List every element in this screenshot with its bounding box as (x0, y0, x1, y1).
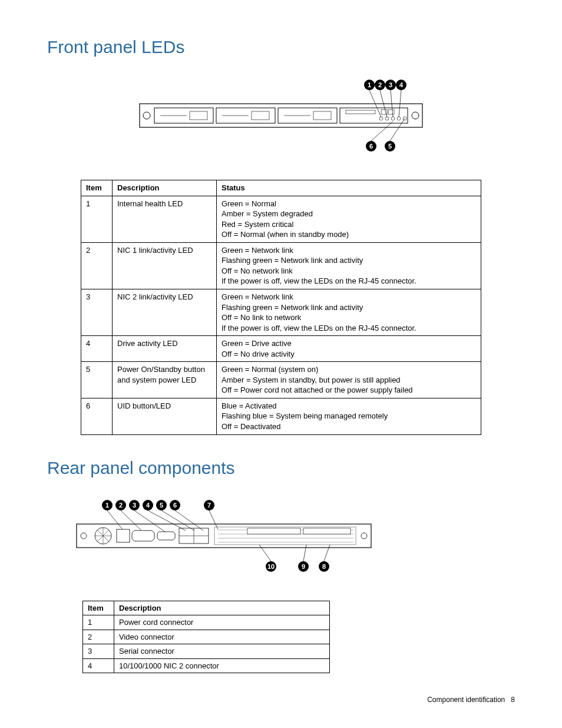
status-line: Off = No drive activity (222, 349, 476, 360)
status-line: If the power is off, view the LEDs on th… (222, 323, 476, 334)
col-header-description: Description (113, 180, 217, 196)
callout-badge: 4 (396, 80, 406, 90)
svg-text:1: 1 (368, 81, 371, 88)
callout-badge: 6 (170, 500, 180, 510)
front-panel-leds-table: Item Description Status 1Internal health… (81, 180, 481, 434)
svg-text:9: 9 (302, 563, 305, 570)
status-line: Flashing green = Network link and activi… (222, 302, 476, 313)
status-line: Off = No network link (222, 266, 476, 276)
section-title-front-panel-leds: Front panel LEDs (47, 35, 515, 60)
table-row: 3Serial connector (83, 644, 330, 659)
status-line: Green = Normal (222, 199, 476, 209)
status-line: Amber = System degraded (222, 209, 476, 219)
section-title-rear-panel-components: Rear panel components (47, 456, 515, 480)
status-line: Amber = System in standby, but power is … (222, 375, 476, 386)
callout-badge: 2 (115, 500, 126, 510)
status-line: Green = Normal (system on) (222, 364, 476, 375)
table-row: 4Drive activity LEDGreen = Drive activeO… (81, 336, 481, 362)
footer-section: Component identification (427, 696, 505, 697)
status-line: Flashing blue = System being managed rem… (222, 411, 476, 421)
cell-item: 3 (81, 289, 113, 335)
status-line: Flashing green = Network link and activi… (222, 255, 476, 266)
callout-badge: 6 (366, 141, 376, 151)
table-row: 2Video connector (83, 630, 330, 644)
callout-badge: 7 (204, 500, 214, 510)
table-row: 5Power On/Standby button and system powe… (81, 362, 481, 398)
cell-status: Green = NormalAmber = System degradedRed… (217, 196, 481, 242)
rear-panel-figure: 1234567 (71, 498, 515, 577)
cell-item: 4 (81, 336, 113, 362)
cell-item: 2 (81, 242, 113, 289)
status-line: Off = No link to network (222, 312, 476, 323)
svg-text:3: 3 (389, 81, 392, 88)
cell-description: NIC 1 link/activity LED (113, 242, 217, 289)
table-row: 1Internal health LEDGreen = NormalAmber … (81, 196, 481, 242)
status-line: Off = Deactivated (222, 421, 476, 432)
cell-status: Green = Network linkFlashing green = Net… (217, 289, 481, 335)
svg-rect-66 (247, 528, 300, 534)
table-row: 1Power cord connector (83, 615, 330, 630)
svg-text:10: 10 (267, 563, 275, 570)
svg-text:2: 2 (378, 81, 382, 88)
cell-item: 2 (83, 630, 114, 644)
col-header-item: Item (83, 601, 114, 615)
page-footer: Component identification 8 (427, 695, 515, 697)
svg-text:5: 5 (160, 502, 163, 509)
table-row: 2NIC 1 link/activity LEDGreen = Network … (81, 242, 481, 289)
cell-description: Serial connector (114, 644, 330, 659)
col-header-description: Description (114, 601, 330, 615)
col-header-status: Status (217, 180, 481, 196)
svg-text:6: 6 (173, 502, 177, 509)
callout-badge: 2 (375, 80, 385, 90)
svg-text:4: 4 (399, 81, 404, 88)
callout-badge: 9 (298, 561, 309, 572)
cell-item: 4 (83, 658, 114, 673)
svg-text:3: 3 (133, 502, 136, 509)
callout-badge: 1 (102, 500, 113, 510)
svg-text:7: 7 (207, 502, 211, 509)
cell-description: Drive activity LED (113, 336, 217, 362)
svg-text:4: 4 (146, 502, 150, 509)
status-line: Off = Power cord not attached or the pow… (222, 385, 476, 396)
cell-status: Green = Drive activeOff = No drive activ… (217, 336, 481, 362)
status-line: Green = Network link (222, 292, 476, 302)
status-line: If the power is off, view the LEDs on th… (222, 276, 476, 286)
rear-panel-components-table: Item Description 1Power cord connector2V… (82, 601, 330, 674)
cell-description: Power cord connector (114, 615, 330, 630)
svg-rect-53 (77, 524, 371, 548)
cell-description: NIC 2 link/activity LED (113, 289, 217, 335)
svg-text:2: 2 (119, 502, 123, 509)
status-line: Green = Network link (222, 245, 476, 256)
status-line: Red = System critical (222, 219, 476, 230)
svg-text:5: 5 (388, 143, 392, 150)
cell-item: 6 (81, 398, 113, 434)
svg-text:1: 1 (105, 502, 109, 509)
cell-item: 1 (83, 615, 114, 630)
callout-badge: 4 (143, 500, 153, 510)
table-row: 3NIC 2 link/activity LEDGreen = Network … (81, 289, 481, 335)
cell-item: 1 (81, 196, 113, 242)
cell-description: Internal health LED (113, 196, 217, 242)
cell-item: 3 (83, 644, 114, 659)
callout-badge: 1 (364, 80, 375, 90)
col-header-item: Item (81, 180, 113, 196)
status-line: Blue = Activated (222, 401, 476, 411)
cell-status: Green = Network linkFlashing green = Net… (217, 242, 481, 289)
cell-description: Power On/Standby button and system power… (113, 362, 217, 398)
callout-badge: 3 (385, 80, 396, 90)
callout-badge: 10 (266, 561, 276, 572)
status-line: Off = Normal (when in standby mode) (222, 229, 476, 240)
cell-status: Green = Normal (system on)Amber = System… (217, 362, 481, 398)
callout-badge: 8 (319, 561, 329, 572)
cell-description: 10/100/1000 NIC 2 connector (114, 658, 330, 673)
front-panel-figure: 1234 (47, 77, 515, 157)
cell-description: Video connector (114, 630, 330, 644)
cell-description: UID button/LED (113, 398, 217, 434)
svg-rect-67 (303, 528, 351, 534)
callout-badge: 3 (129, 500, 140, 510)
table-row: 6UID button/LEDBlue = ActivatedFlashing … (81, 398, 481, 434)
footer-page: 8 (511, 696, 515, 697)
callout-badge: 5 (385, 141, 395, 151)
svg-text:6: 6 (369, 143, 373, 150)
status-line: Green = Drive active (222, 338, 476, 349)
